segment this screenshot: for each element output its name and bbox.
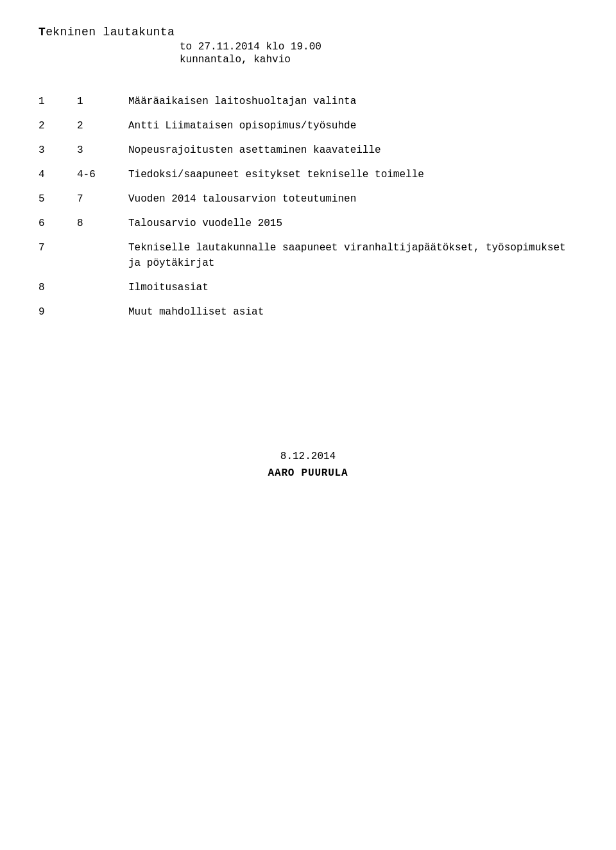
date-line: to 27.11.2014 klo 19.00 xyxy=(180,41,578,53)
agenda-num1: 6 xyxy=(38,213,77,234)
agenda-row: 57Vuoden 2014 talousarvion toteutuminen xyxy=(38,189,578,209)
agenda-num1: 9 xyxy=(38,302,77,322)
agenda-content: Tekniselle lautakunnalle saapuneet viran… xyxy=(128,238,578,273)
agenda-num1: 3 xyxy=(38,140,77,160)
footer-section: 8.12.2014 AARO PUURULA xyxy=(38,451,578,479)
agenda-num1: 1 xyxy=(38,91,77,112)
agenda-row: 9Muut mahdolliset asiat xyxy=(38,302,578,322)
agenda-row: 8Ilmoitusasiat xyxy=(38,277,578,298)
agenda-num1: 7 xyxy=(38,238,77,273)
agenda-num2: 4-6 xyxy=(77,164,128,185)
agenda-row: 7Tekniselle lautakunnalle saapuneet vira… xyxy=(38,238,578,273)
footer-name: AARO PUURULA xyxy=(38,467,578,479)
location-line: kunnantalo, kahvio xyxy=(180,54,578,65)
agenda-content: Talousarvio vuodelle 2015 xyxy=(128,213,578,234)
agenda-content: Määräaikaisen laitoshuoltajan valinta xyxy=(128,91,578,112)
agenda-table: 11Määräaikaisen laitoshuoltajan valinta2… xyxy=(38,91,578,322)
agenda-num2: 3 xyxy=(77,140,128,160)
agenda-num1: 2 xyxy=(38,116,77,136)
agenda-row: 22Antti Liimataisen opisopimus/työsuhde xyxy=(38,116,578,136)
agenda-num1: 5 xyxy=(38,189,77,209)
title-rest: ekninen lautakunta xyxy=(46,26,175,39)
agenda-content: Antti Liimataisen opisopimus/työsuhde xyxy=(128,116,578,136)
agenda-num2: 8 xyxy=(77,213,128,234)
agenda-content: Tiedoksi/saapuneet esitykset tekniselle … xyxy=(128,164,578,185)
agenda-num2 xyxy=(77,238,128,273)
agenda-row: 68Talousarvio vuodelle 2015 xyxy=(38,213,578,234)
agenda-content: Nopeusrajoitusten asettaminen kaavateill… xyxy=(128,140,578,160)
agenda-num2: 7 xyxy=(77,189,128,209)
agenda-content: Muut mahdolliset asiat xyxy=(128,302,578,322)
agenda-content: Ilmoitusasiat xyxy=(128,277,578,298)
agenda-row: 33Nopeusrajoitusten asettaminen kaavatei… xyxy=(38,140,578,160)
agenda-num2 xyxy=(77,277,128,298)
agenda-num1: 4 xyxy=(38,164,77,185)
footer-date: 8.12.2014 xyxy=(38,451,578,462)
agenda-num2: 1 xyxy=(77,91,128,112)
agenda-row: 44-6Tiedoksi/saapuneet esitykset teknise… xyxy=(38,164,578,185)
agenda-num2: 2 xyxy=(77,116,128,136)
agenda-content: Vuoden 2014 talousarvion toteutuminen xyxy=(128,189,578,209)
title-bold: T xyxy=(38,26,46,39)
agenda-row: 11Määräaikaisen laitoshuoltajan valinta xyxy=(38,91,578,112)
agenda-num1: 8 xyxy=(38,277,77,298)
page-title: Tekninen lautakunta xyxy=(38,26,578,39)
agenda-num2 xyxy=(77,302,128,322)
